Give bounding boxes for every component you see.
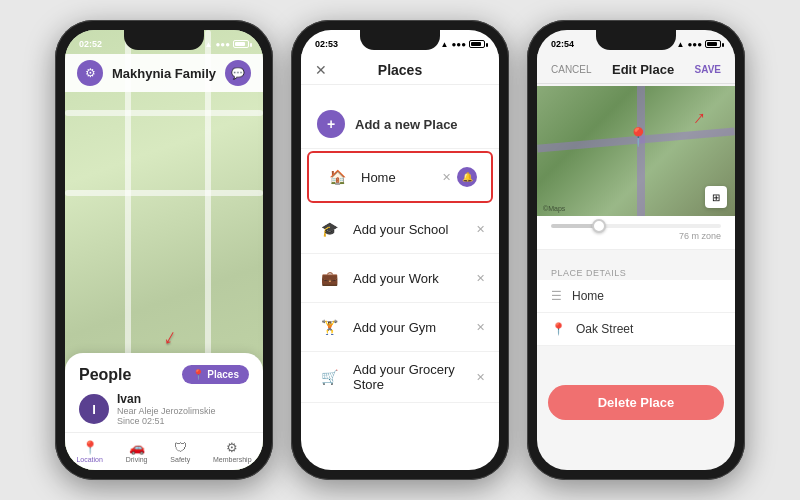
person-info: Ivan Near Aleje Jerozolimskie Since 02:5… bbox=[117, 392, 249, 426]
school-remove-button[interactable]: ✕ bbox=[476, 223, 485, 236]
map-road bbox=[65, 110, 263, 116]
nav-location[interactable]: 📍 Location bbox=[76, 440, 102, 463]
delete-btn-area: Delete Place bbox=[537, 385, 735, 420]
person-location: Near Aleje Jerozolimskie bbox=[117, 406, 249, 416]
phone-2: 02:53 ▲ ●●● ✕ Places + Add a new Place 🏠… bbox=[291, 20, 509, 480]
add-new-place-item[interactable]: + Add a new Place bbox=[301, 100, 499, 149]
signal-icon-2: ●●● bbox=[452, 40, 467, 49]
place-details-section: Place details ☰ Home 📍 Oak Street bbox=[537, 262, 735, 346]
delete-place-button[interactable]: Delete Place bbox=[548, 385, 725, 420]
home-bell-icon[interactable]: 🔔 bbox=[457, 167, 477, 187]
add-place-label: Add a new Place bbox=[355, 117, 458, 132]
grocery-icon: 🛒 bbox=[315, 363, 343, 391]
status-time-1: 02:52 bbox=[79, 39, 102, 49]
bottom-panel: People 📍 Places I Ivan Near Aleje Jerozo… bbox=[65, 353, 263, 434]
nav-safety-label: Safety bbox=[170, 456, 190, 463]
membership-icon: ⚙ bbox=[226, 440, 238, 455]
person-row: I Ivan Near Aleje Jerozolimskie Since 02… bbox=[79, 392, 249, 426]
work-icon: 💼 bbox=[315, 264, 343, 292]
map-pin-icon: 📍 bbox=[627, 126, 649, 148]
safety-icon: 🛡 bbox=[174, 440, 187, 455]
cancel-button[interactable]: CANCEL bbox=[551, 64, 592, 75]
add-icon: + bbox=[317, 110, 345, 138]
work-label: Add your Work bbox=[353, 271, 466, 286]
radius-slider[interactable] bbox=[551, 224, 721, 228]
place-item-work[interactable]: 💼 Add your Work ✕ bbox=[301, 254, 499, 303]
list-icon: ☰ bbox=[551, 289, 562, 303]
home-icon: 🏠 bbox=[323, 163, 351, 191]
place-details-title: Place details bbox=[537, 262, 735, 280]
nav-driving-label: Driving bbox=[126, 456, 148, 463]
battery-icon-2 bbox=[469, 40, 485, 48]
status-icons-3: ▲ ●●● bbox=[677, 40, 721, 49]
details-card: ☰ Home 📍 Oak Street bbox=[537, 280, 735, 346]
detail-address: Oak Street bbox=[576, 322, 633, 336]
family-name: Makhynia Family bbox=[112, 66, 216, 81]
place-item-home[interactable]: 🏠 Home ✕ 🔔 bbox=[307, 151, 493, 203]
battery-icon bbox=[233, 40, 249, 48]
phone-1: 02:52 ▲ ●●● ↓ ⚙ Makhynia Family 💬 People bbox=[55, 20, 273, 480]
notch-3 bbox=[596, 30, 676, 50]
gear-icon[interactable]: ⚙ bbox=[77, 60, 103, 86]
nav-membership-label: Membership bbox=[213, 456, 252, 463]
status-time-2: 02:53 bbox=[315, 39, 338, 49]
grocery-remove-button[interactable]: ✕ bbox=[476, 371, 485, 384]
people-label: People bbox=[79, 366, 131, 384]
places-button[interactable]: 📍 Places bbox=[182, 365, 249, 384]
gym-remove-button[interactable]: ✕ bbox=[476, 321, 485, 334]
work-remove-button[interactable]: ✕ bbox=[476, 272, 485, 285]
detail-address-row[interactable]: 📍 Oak Street bbox=[537, 313, 735, 346]
nav-membership[interactable]: ⚙ Membership bbox=[213, 440, 252, 463]
phone1-header: ⚙ Makhynia Family 💬 bbox=[65, 54, 263, 92]
location-icon: 📍 bbox=[82, 440, 98, 455]
map-road bbox=[65, 190, 263, 196]
grocery-label: Add your Grocery Store bbox=[353, 362, 466, 392]
notch-2 bbox=[360, 30, 440, 50]
nav-driving[interactable]: 🚗 Driving bbox=[126, 440, 148, 463]
edit-title: Edit Place bbox=[612, 62, 674, 77]
signal-icon: ●●● bbox=[216, 40, 231, 49]
direction-arrow: ↑ bbox=[689, 105, 711, 129]
nav-safety[interactable]: 🛡 Safety bbox=[170, 440, 190, 463]
person-since: Since 02:51 bbox=[117, 416, 249, 426]
phone2-screen: 02:53 ▲ ●●● ✕ Places + Add a new Place 🏠… bbox=[301, 30, 499, 470]
battery-icon-3 bbox=[705, 40, 721, 48]
signal-icon-3: ●●● bbox=[688, 40, 703, 49]
detail-name-row[interactable]: ☰ Home bbox=[537, 280, 735, 313]
chat-icon[interactable]: 💬 bbox=[225, 60, 251, 86]
edit-header: CANCEL Edit Place SAVE bbox=[537, 54, 735, 84]
slider-thumb[interactable] bbox=[592, 219, 606, 233]
home-label: Home bbox=[361, 170, 432, 185]
home-actions: ✕ 🔔 bbox=[442, 167, 477, 187]
close-button[interactable]: ✕ bbox=[315, 62, 327, 78]
status-icons-2: ▲ ●●● bbox=[441, 40, 485, 49]
place-item-gym[interactable]: 🏋 Add your Gym ✕ bbox=[301, 303, 499, 352]
notch bbox=[124, 30, 204, 50]
wifi-icon-3: ▲ bbox=[677, 40, 685, 49]
driving-icon: 🚗 bbox=[129, 440, 145, 455]
places-icon: 📍 bbox=[192, 369, 204, 380]
map-road-v bbox=[637, 86, 645, 216]
place-item-school[interactable]: 🎓 Add your School ✕ bbox=[301, 205, 499, 254]
people-header: People 📍 Places bbox=[79, 365, 249, 384]
save-button[interactable]: SAVE bbox=[695, 64, 722, 75]
phone3-screen: 02:54 ▲ ●●● CANCEL Edit Place SAVE 📍 ↑ ©… bbox=[537, 30, 735, 470]
location-pin-icon: 📍 bbox=[551, 322, 566, 336]
wifi-icon-2: ▲ bbox=[441, 40, 449, 49]
home-remove-button[interactable]: ✕ bbox=[442, 171, 451, 184]
gym-label: Add your Gym bbox=[353, 320, 466, 335]
school-label: Add your School bbox=[353, 222, 466, 237]
map-watermark: ©Maps bbox=[543, 205, 565, 212]
person-name: Ivan bbox=[117, 392, 249, 406]
phone1-screen: 02:52 ▲ ●●● ↓ ⚙ Makhynia Family 💬 People bbox=[65, 30, 263, 470]
wifi-icon: ▲ bbox=[205, 40, 213, 49]
bottom-nav: 📍 Location 🚗 Driving 🛡 Safety ⚙ Membersh… bbox=[65, 432, 263, 470]
gym-icon: 🏋 bbox=[315, 313, 343, 341]
school-icon: 🎓 bbox=[315, 215, 343, 243]
detail-name: Home bbox=[572, 289, 604, 303]
places-btn-label: Places bbox=[207, 369, 239, 380]
places-list-header: ✕ Places bbox=[301, 54, 499, 85]
avatar: I bbox=[79, 394, 109, 424]
place-item-grocery[interactable]: 🛒 Add your Grocery Store ✕ bbox=[301, 352, 499, 403]
map-layers-button[interactable]: ⊞ bbox=[705, 186, 727, 208]
